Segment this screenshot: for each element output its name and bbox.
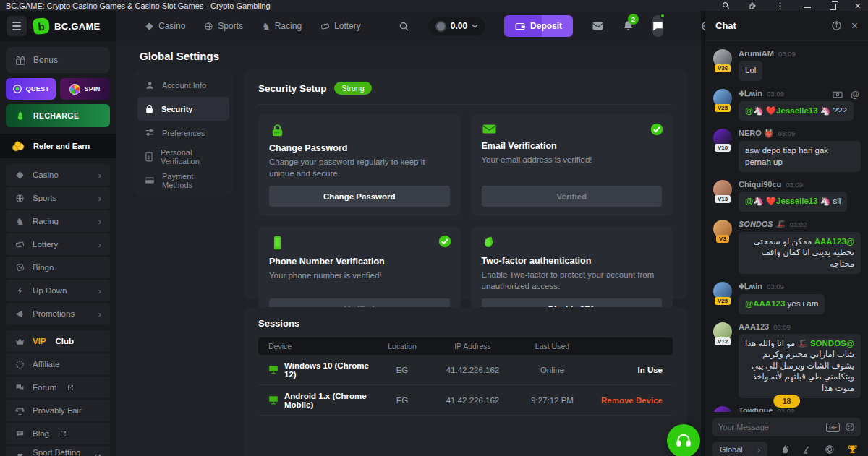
sidebar-item-lottery[interactable]: Lottery› bbox=[6, 233, 110, 255]
close-window-button[interactable]: × bbox=[855, 1, 861, 11]
sidebar-item-promotions[interactable]: Promotions› bbox=[6, 303, 110, 324]
chat-message-input[interactable] bbox=[718, 423, 821, 431]
trophy-icon[interactable] bbox=[847, 444, 858, 455]
chat-close-icon[interactable]: × bbox=[851, 20, 858, 32]
chat-message: V25 ✚Ꮮʍin03:09 @AAA123 yes i am bbox=[712, 282, 861, 314]
chat-message: V12 AAA12303:09 @SONDOS 🎩 مو انا والله ه… bbox=[712, 322, 861, 399]
chat-timestamp: 03:09 bbox=[789, 220, 807, 228]
chat-room-selector[interactable]: Global › bbox=[712, 442, 767, 456]
minimize-button[interactable] bbox=[804, 7, 811, 8]
settings-nav-security[interactable]: Security bbox=[137, 97, 229, 121]
change-password-button[interactable]: Change Password bbox=[269, 186, 450, 207]
sidebar-item-blog[interactable]: Blog bbox=[6, 423, 110, 444]
monitor-icon bbox=[268, 365, 278, 374]
sidebar-item-vip-club[interactable]: VIPClub bbox=[6, 330, 110, 352]
nav-lottery[interactable]: Lottery bbox=[320, 21, 361, 31]
chat-timestamp: 03:09 bbox=[767, 283, 784, 291]
sessions-panel: Sessions Device Location IP Address Last… bbox=[244, 307, 687, 456]
lottery-ticket-icon bbox=[14, 240, 25, 249]
browser-menu-icon[interactable]: ⋮ bbox=[776, 1, 785, 10]
chat-bubble: @AAA123 yes i am bbox=[739, 294, 825, 314]
bcgame-logo[interactable]: b BC.GAME bbox=[33, 18, 101, 34]
chat-username[interactable]: NERO 👹 bbox=[739, 129, 774, 138]
chat-username[interactable]: SONDOS 🎩 bbox=[739, 220, 785, 229]
deposit-button[interactable]: Deposit bbox=[504, 15, 573, 37]
chat-message: V3 SONDOS 🎩03:09 @AAA123 ممكن لو سمحتى ت… bbox=[712, 220, 861, 275]
settings-nav-account-info[interactable]: Account Info bbox=[137, 73, 229, 97]
coin-drop-icon[interactable] bbox=[825, 444, 835, 455]
verified-check-icon bbox=[438, 235, 451, 248]
chat-message-list[interactable]: V36 ArumiAM03:09 Lol V25 ✚Ꮮʍin03:09 @🦄 ❤… bbox=[705, 41, 868, 412]
sidebar: b BC.GAME Bonus QUEST SPIN R bbox=[0, 11, 116, 456]
notifications-bell-icon[interactable]: 2 bbox=[623, 20, 634, 32]
refer-and-earn-button[interactable]: Refer and Earn bbox=[0, 134, 116, 158]
slash-command-icon[interactable] bbox=[802, 445, 812, 455]
spin-button[interactable]: SPIN bbox=[60, 78, 110, 100]
nav-casino[interactable]: Casino bbox=[145, 21, 185, 31]
browser-extensions-icon[interactable] bbox=[749, 1, 757, 10]
balance-selector[interactable]: 0.00 bbox=[428, 17, 485, 35]
avatar bbox=[713, 406, 732, 412]
chat-timestamp: 03:09 bbox=[773, 323, 791, 331]
window-title: BC.GAME: Crypto Casino Games & Casino Sl… bbox=[6, 1, 271, 10]
sidebar-item-sport-betting-insights[interactable]: Sport Betting Insig... bbox=[6, 446, 110, 456]
sidebar-item-bonus[interactable]: Bonus bbox=[6, 47, 110, 73]
emoji-picker-icon[interactable] bbox=[845, 422, 855, 432]
rain-icon[interactable] bbox=[780, 444, 790, 455]
unread-count-pill[interactable]: 18 bbox=[773, 395, 801, 408]
external-link-icon bbox=[67, 384, 74, 391]
sidebar-item-sports[interactable]: Sports› bbox=[6, 187, 110, 209]
settings-nav-preferences[interactable]: Preferences bbox=[137, 121, 229, 145]
restore-button[interactable] bbox=[830, 4, 836, 10]
chat-toggle-button[interactable] bbox=[652, 15, 663, 37]
gif-picker-icon[interactable]: GIF bbox=[826, 423, 840, 432]
chat-message: V25 ✚Ꮮʍin03:09 @🦄 ❤️Jesselle13 🦄 ??? @ bbox=[712, 89, 861, 121]
chat-username[interactable]: AAA123 bbox=[739, 322, 769, 331]
settings-content: Global Settings Account Info Security Pr… bbox=[116, 41, 701, 456]
forum-icon bbox=[14, 383, 25, 392]
session-row: Windows 10 (Chrome 12) EG 41.42.226.162 … bbox=[258, 355, 673, 385]
chat-username[interactable]: Towfique bbox=[739, 406, 773, 412]
chat-username[interactable]: ✚Ꮮʍin bbox=[739, 89, 762, 98]
balance-amount: 0.00 bbox=[451, 21, 467, 31]
chat-timestamp: 03:09 bbox=[778, 129, 796, 137]
recharge-button[interactable]: RECHARGE bbox=[6, 104, 110, 127]
tip-icon[interactable] bbox=[833, 91, 843, 98]
sessions-table-header: Device Location IP Address Last Used bbox=[258, 337, 673, 355]
sidebar-toggle-button[interactable] bbox=[7, 16, 27, 36]
chat-rules-info-icon[interactable] bbox=[831, 20, 842, 31]
chat-username[interactable]: Chiqui90cu bbox=[739, 180, 781, 189]
quest-target-icon bbox=[12, 84, 22, 94]
chat-timestamp: 03:09 bbox=[777, 407, 794, 412]
sidebar-item-forum[interactable]: Forum bbox=[6, 377, 110, 398]
chat-username[interactable]: ArumiAM bbox=[739, 49, 774, 58]
chat-username[interactable]: ✚Ꮮʍin bbox=[739, 282, 762, 291]
sidebar-item-affiliate[interactable]: Affiliate bbox=[6, 353, 110, 375]
lightning-icon bbox=[14, 286, 25, 296]
zoom-icon[interactable] bbox=[722, 1, 730, 9]
search-icon[interactable] bbox=[399, 21, 409, 32]
mention-icon[interactable]: @ bbox=[851, 90, 859, 100]
sidebar-item-provably-fair[interactable]: Provably Fair bbox=[6, 400, 110, 421]
sidebar-item-updown[interactable]: Up Down› bbox=[6, 280, 110, 301]
chevron-down-icon bbox=[472, 24, 478, 28]
lottery-ticket-icon bbox=[320, 22, 330, 31]
settings-nav-personal-verification[interactable]: Personal Verification bbox=[137, 145, 229, 168]
support-fab[interactable] bbox=[667, 424, 700, 456]
megaphone-icon bbox=[14, 309, 25, 319]
nav-racing[interactable]: ♞ Racing bbox=[262, 21, 302, 32]
quest-button[interactable]: QUEST bbox=[6, 78, 56, 100]
settings-nav-payment-methods[interactable]: Payment Methods bbox=[137, 168, 229, 192]
chevron-right-icon: › bbox=[98, 240, 101, 249]
spin-wheel-icon bbox=[69, 84, 80, 95]
sidebar-item-racing[interactable]: ♞ Racing› bbox=[6, 210, 110, 232]
chevron-right-icon: › bbox=[98, 194, 101, 203]
headset-icon bbox=[676, 434, 692, 448]
nav-sports[interactable]: Sports bbox=[204, 21, 243, 31]
browser-titlebar: BC.GAME: Crypto Casino Games & Casino Sl… bbox=[0, 0, 868, 11]
remove-device-link[interactable]: Remove Device bbox=[590, 396, 663, 405]
sidebar-item-bingo[interactable]: Bingo bbox=[6, 257, 110, 278]
sidebar-item-casino[interactable]: Casino› bbox=[6, 164, 110, 186]
insights-flag-icon bbox=[14, 452, 25, 456]
mail-icon[interactable] bbox=[592, 21, 604, 31]
